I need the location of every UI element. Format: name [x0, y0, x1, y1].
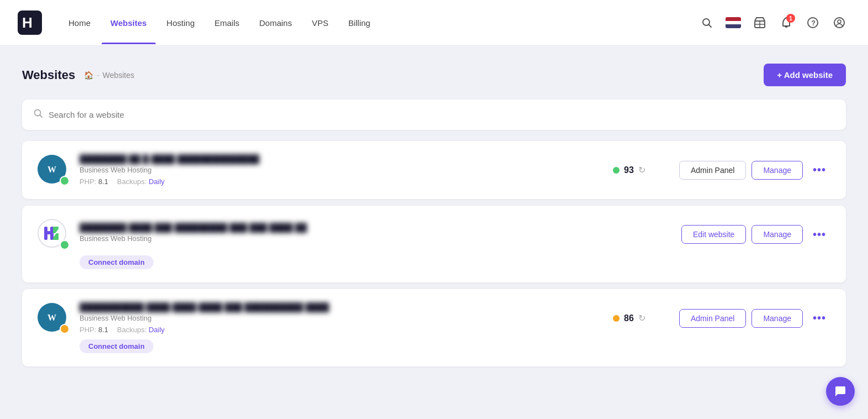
notifications-button[interactable]: 1 [775, 12, 797, 34]
nav-home[interactable]: Home [60, 14, 99, 32]
refresh-icon-3[interactable]: ↻ [638, 313, 645, 323]
breadcrumb-separator: - [97, 71, 99, 80]
admin-panel-button-3[interactable]: Admin Panel [679, 309, 746, 328]
notification-badge: 1 [786, 14, 795, 23]
page-header: Websites 🏠 - Websites + Add website [22, 64, 846, 86]
chat-button[interactable] [826, 377, 855, 406]
home-breadcrumb-icon: 🏠 [84, 71, 93, 80]
svg-text:?: ? [811, 19, 816, 27]
svg-text:H: H [22, 14, 33, 31]
site-info-2: ████████ ████ ███ █████████ ███ ███ ████… [80, 223, 604, 246]
manage-button-3[interactable]: Manage [751, 309, 803, 328]
help-icon: ? [807, 17, 819, 29]
wordpress-icon-3: W [43, 308, 61, 326]
php-label-3: PHP: 8.1 [80, 326, 108, 334]
score-wrap-1: 93 ↻ [613, 165, 668, 175]
site-info-1: ████████ ██ █-████ ██████████████ Busine… [80, 154, 602, 186]
nav-billing[interactable]: Billing [340, 14, 379, 32]
active-badge-2 [60, 240, 70, 250]
wordpress-icon-1: W [43, 160, 61, 178]
status-dot-3 [613, 315, 620, 322]
connect-domain-tag-3[interactable]: Connect domain [80, 339, 154, 353]
svg-text:W: W [47, 165, 56, 174]
help-button[interactable]: ? [802, 12, 824, 34]
site-type-2: Business Web Hosting [80, 234, 604, 243]
more-options-button-2[interactable]: ••• [808, 226, 830, 243]
score-wrap-3: 86 ↻ [613, 313, 668, 323]
card-actions-2: Edit website Manage ••• [681, 225, 830, 244]
site-type-3: Business Web Hosting [80, 314, 602, 322]
more-options-button-1[interactable]: ••• [808, 161, 830, 179]
hostinger-icon-2 [43, 224, 61, 242]
site-logo-1: W [38, 155, 68, 186]
account-button[interactable] [828, 12, 850, 34]
breadcrumb: 🏠 - Websites [84, 71, 134, 80]
website-card-2: ████████ ████ ███ █████████ ███ ███ ████… [22, 206, 846, 282]
more-options-button-3[interactable]: ••• [808, 310, 830, 327]
add-website-button[interactable]: + Add website [764, 64, 846, 86]
site-info-3: ███████████ ████-████-████ ███ █████████… [80, 302, 602, 334]
active-badge-1 [60, 176, 70, 186]
search-icon [33, 108, 43, 121]
search-input[interactable] [49, 110, 835, 119]
svg-rect-17 [44, 231, 54, 234]
backups-label-3: Backups: Daily [117, 326, 165, 334]
svg-point-10 [838, 20, 841, 23]
svg-line-12 [40, 115, 42, 117]
logo[interactable]: H [18, 11, 42, 35]
admin-panel-button-1[interactable]: Admin Panel [679, 161, 746, 180]
status-dot-1 [613, 167, 620, 174]
page-title-group: Websites 🏠 - Websites [22, 68, 134, 82]
websites-list: W ████████ ██ █-████ ██████████████ Busi… [22, 141, 846, 366]
nav-emails[interactable]: Emails [205, 14, 248, 32]
card-actions-1: Admin Panel Manage ••• [679, 161, 830, 180]
card-main-3: W ███████████ ████-████-████ ███ ███████… [38, 302, 830, 334]
site-meta-1: PHP: 8.1 Backups: Daily [80, 177, 602, 186]
refresh-icon-1[interactable]: ↻ [638, 165, 645, 175]
store-icon [754, 17, 766, 29]
score-num-3: 86 [624, 313, 634, 323]
search-icon [701, 17, 712, 28]
svg-line-3 [709, 25, 712, 28]
score-num-1: 93 [624, 165, 634, 175]
card-main-2: ████████ ████ ███ █████████ ███ ███ ████… [38, 219, 830, 250]
manage-button-1[interactable]: Manage [751, 161, 803, 180]
edit-website-button-2[interactable]: Edit website [681, 225, 746, 244]
site-domain-3: ███████████ ████-████-████ ███ █████████… [80, 302, 602, 312]
flag-us-icon [726, 17, 741, 28]
search-button[interactable] [696, 12, 718, 34]
card-actions-3: Admin Panel Manage ••• [679, 309, 830, 328]
site-type-1: Business Web Hosting [80, 166, 602, 174]
top-navigation: H Home Websites Hosting Emails Domains V… [0, 0, 868, 46]
nav-websites[interactable]: Websites [102, 14, 156, 32]
card-main-1: W ████████ ██ █-████ ██████████████ Busi… [38, 154, 830, 186]
page-title: Websites [22, 68, 75, 82]
svg-marker-18 [53, 227, 59, 240]
website-card-3: W ███████████ ████-████-████ ███ ███████… [22, 289, 846, 366]
active-badge-3 [60, 324, 70, 334]
search-container [22, 99, 846, 130]
site-domain-1: ████████ ██ █-████ ██████████████ [80, 154, 602, 164]
chat-icon [834, 385, 847, 398]
main-content: Websites 🏠 - Websites + Add website [0, 46, 868, 391]
backups-label-1: Backups: Daily [117, 177, 165, 186]
website-card-1: W ████████ ██ █-████ ██████████████ Busi… [22, 141, 846, 199]
connect-domain-tag-2[interactable]: Connect domain [80, 255, 154, 269]
svg-text:W: W [47, 313, 56, 322]
php-label-1: PHP: 8.1 [80, 177, 108, 186]
site-logo-2 [38, 219, 68, 250]
language-button[interactable] [722, 12, 744, 34]
nav-domains[interactable]: Domains [250, 14, 300, 32]
site-logo-3: W [38, 303, 68, 334]
manage-button-2[interactable]: Manage [751, 225, 803, 244]
nav-links: Home Websites Hosting Emails Domains VPS… [60, 14, 696, 32]
site-domain-2: ████████ ████ ███ █████████ ███ ███ ████… [80, 223, 604, 232]
store-button[interactable] [749, 12, 771, 34]
breadcrumb-current: Websites [103, 71, 134, 80]
user-icon [833, 17, 845, 29]
site-meta-3: PHP: 8.1 Backups: Daily [80, 326, 602, 334]
nav-vps[interactable]: VPS [303, 14, 337, 32]
nav-hosting[interactable]: Hosting [158, 14, 204, 32]
search-inner [33, 108, 835, 121]
nav-right-icons: 1 ? [696, 12, 850, 34]
